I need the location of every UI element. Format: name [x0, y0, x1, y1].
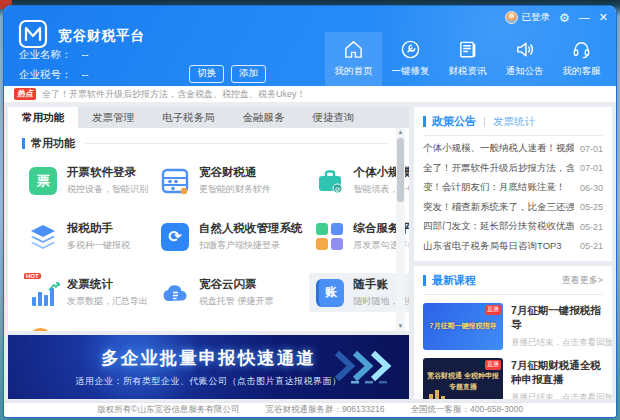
- copyright-text: 版权所有©山东宽谷信息服务有限公司: [97, 404, 239, 416]
- function-grid: 票 开票软件登录税控设备，智能识别 宽谷财税通更智能的财务软件 @ 个体小: [22, 161, 389, 312]
- courses-card: 最新课程 查看更多> 直播 7月征期一键报税指导 7月征期一键报税指导 直播已结…: [414, 266, 612, 399]
- quad-squares-icon: [316, 223, 343, 250]
- company-name-value: --: [82, 48, 89, 60]
- status-bar: 版权所有©山东宽谷信息服务有限公司 宽谷财税通服务群：906133216 全国统…: [4, 402, 616, 417]
- live-badge: 直播: [485, 360, 501, 370]
- candles-decoration: [429, 390, 445, 399]
- hot-news-bar: 热点 全了！开票软件升级后抄报方法，含金税盘、税控盘、税务Ukey！: [4, 86, 616, 103]
- grid-item-natural-person-tax-system[interactable]: ⟳ 自然人税收管理系统扣缴客户端快捷登录: [154, 217, 309, 256]
- tab-policy-announcements[interactable]: 政策公告: [432, 114, 476, 129]
- close-button[interactable]: ✕: [599, 12, 608, 23]
- settings-gear-icon[interactable]: ⚙: [559, 12, 570, 24]
- add-company-button[interactable]: 添加: [231, 65, 266, 83]
- grid-item-cloud-flash-invoice[interactable]: 宽谷云闪票税盘托管 便捷开票: [154, 273, 309, 312]
- tab-quick-query[interactable]: 便捷查询: [299, 107, 369, 128]
- banner-subtitle: 适用企业：所有类型企业、代账公司（点击图片直达报税界面）: [76, 375, 342, 388]
- cloud-icon: [161, 279, 189, 307]
- svg-text:@: @: [334, 186, 340, 192]
- repair-icon: [400, 39, 421, 60]
- courses-accent-bar: [423, 275, 426, 286]
- ticket-icon: 票: [29, 167, 57, 195]
- news-item[interactable]: 突发！稽查新系统来了，比金三还强大！今天..05-25: [423, 198, 603, 218]
- avatar: [505, 11, 518, 24]
- section-divider: [85, 143, 389, 144]
- abacus-icon: [161, 167, 189, 195]
- home-icon: [343, 39, 364, 60]
- plus-icon: +: [28, 328, 53, 331]
- switch-company-button[interactable]: 切换: [189, 65, 224, 83]
- policy-accent-bar: [423, 116, 426, 127]
- grid-item-kuangu-caishuitong[interactable]: 宽谷财税通更智能的财务软件: [154, 161, 309, 200]
- up-arrow-icon: [48, 280, 60, 292]
- card-divider: [423, 135, 603, 136]
- nav-item-support[interactable]: 我的客服: [553, 32, 610, 86]
- scroll-up-arrow[interactable]: ▲: [398, 128, 404, 137]
- tab-invoice-management[interactable]: 发票管理: [78, 107, 148, 128]
- view-more-link[interactable]: 查看更多>: [562, 274, 603, 287]
- announcement-icon: [514, 39, 535, 60]
- course-thumbnail: 直播 7月征期一键报税指导: [423, 303, 503, 350]
- tab-separator: [484, 117, 485, 127]
- company-tax-label: 企业税号：: [19, 68, 72, 80]
- promo-banner[interactable]: 多企业批量申报快速通道 适用企业：所有类型企业、代账公司（点击图片直达报税界面）: [8, 335, 409, 399]
- hotline-text: 全国统一客服：400-658-3000: [410, 404, 522, 416]
- courses-title: 最新课程: [432, 273, 476, 288]
- scroll-down-arrow[interactable]: ▼: [398, 322, 404, 331]
- section-title: 常用功能: [31, 136, 75, 151]
- tab-invoice-statistics[interactable]: 发票统计: [493, 115, 535, 129]
- section-accent-bar: [22, 138, 25, 149]
- company-name-row: 企业名称：--: [19, 48, 89, 62]
- function-panel: 常用功能 票 开票软件登录税控设备，智能识别 宽谷财税通更智能的财务软件: [8, 128, 409, 331]
- news-item[interactable]: 四部门发文：延长部分扶贫税收优惠政策执行..05-21: [423, 217, 603, 237]
- tab-finance-services[interactable]: 金融服务: [229, 107, 299, 128]
- company-name-label: 企业名称：: [19, 48, 72, 60]
- app-window: 已登录 ⚙ — ✕ 宽谷财税平台 企业名称：-- 企业税号：-- 切换 添加 我…: [4, 6, 616, 417]
- grid-item-tax-filing-assistant[interactable]: 报税助手多税种一键报税: [22, 217, 154, 256]
- hot-badge: 热点: [14, 88, 36, 100]
- grid-item-individual-small-scale-filing[interactable]: @ 个体小规模申报智能填表，一键报税: [309, 161, 410, 200]
- panel-scrollbar[interactable]: ▲ ▼: [396, 128, 405, 331]
- grid-item-handy-ledger[interactable]: 账 随手账随时随地，轻松记账: [309, 273, 410, 312]
- grid-item-comprehensive-service-platform[interactable]: 综合服务平台登录原发票勾选平台: [309, 217, 410, 256]
- company-tax-row: 企业税号：--: [19, 68, 89, 82]
- course-item[interactable]: 直播 宽谷财税通 全税种申报专题直播 7月征期财税通全税种申报直播 直播已结束，…: [423, 358, 603, 399]
- news-item[interactable]: 个体小规模、一般纳税人速看！视频版报税教..07-01: [423, 139, 603, 159]
- tab-etax-bureau[interactable]: 电子税务局: [148, 107, 229, 128]
- minimize-button[interactable]: —: [579, 12, 590, 23]
- banner-arrows-icon: [333, 347, 399, 385]
- layers-icon: [29, 223, 57, 251]
- login-status[interactable]: 已登录: [505, 11, 551, 24]
- nav-item-announcement[interactable]: 通知公告: [496, 32, 553, 86]
- live-badge: 直播: [485, 305, 501, 315]
- service-group-text: 宽谷财税通服务群：906133216: [265, 404, 384, 416]
- scrollbar-thumb[interactable]: [397, 138, 404, 202]
- top-nav: 我的首页 一键修复 财税资讯 通知公告 我的客服: [325, 32, 610, 86]
- login-label: 已登录: [522, 11, 551, 24]
- briefcase-icon: @: [316, 167, 344, 195]
- nav-item-repair[interactable]: 一键修复: [382, 32, 439, 86]
- sync-icon: ⟳: [161, 223, 189, 251]
- grid-item-invoice-statistics[interactable]: HOT 发票统计发票数据，汇总导出: [22, 273, 154, 312]
- course-thumbnail: 直播 宽谷财税通 全税种申报专题直播: [423, 358, 503, 399]
- news-item[interactable]: 山东省电子税务局每日咨询TOP305-21: [423, 237, 603, 257]
- hot-tag-badge: HOT: [24, 273, 41, 279]
- hot-news-text[interactable]: 全了！开票软件升级后抄报方法，含金税盘、税控盘、税务Ukey！: [42, 88, 306, 101]
- add-function-button[interactable]: + 添加功能: [22, 328, 389, 331]
- news-item[interactable]: 变！会计朋友们：月底结账注意！06-30: [423, 178, 603, 198]
- nav-item-home[interactable]: 我的首页: [325, 32, 382, 86]
- function-tabs: 常用功能 发票管理 电子税务局 金融服务 便捷查询: [8, 107, 409, 128]
- banner-title: 多企业批量申报快速通道: [101, 346, 316, 370]
- tab-common-functions[interactable]: 常用功能: [8, 107, 78, 128]
- course-item[interactable]: 直播 7月征期一键报税指导 7月征期一键报税指导 直播已结束，点击查看回放: [423, 303, 603, 350]
- support-headset-icon: [571, 39, 592, 60]
- app-logo-icon: [18, 19, 48, 49]
- nav-item-news[interactable]: 财税资讯: [439, 32, 496, 86]
- news-item[interactable]: 全了！开票软件升级后抄报方法，含金税盘、..07-01: [423, 159, 603, 179]
- card-divider: [423, 294, 603, 295]
- title-bar: 已登录 ⚙ — ✕ 宽谷财税平台 企业名称：-- 企业税号：-- 切换 添加 我…: [4, 6, 616, 86]
- company-tax-value: --: [82, 68, 89, 80]
- policy-card: 政策公告 发票统计 个体小规模、一般纳税人速看！视频版报税教..07-01 全了…: [414, 107, 612, 261]
- app-title: 宽谷财税平台: [58, 27, 145, 45]
- grid-item-invoice-software-login[interactable]: 票 开票软件登录税控设备，智能识别: [22, 161, 154, 200]
- ledger-book-icon: 账: [316, 279, 344, 307]
